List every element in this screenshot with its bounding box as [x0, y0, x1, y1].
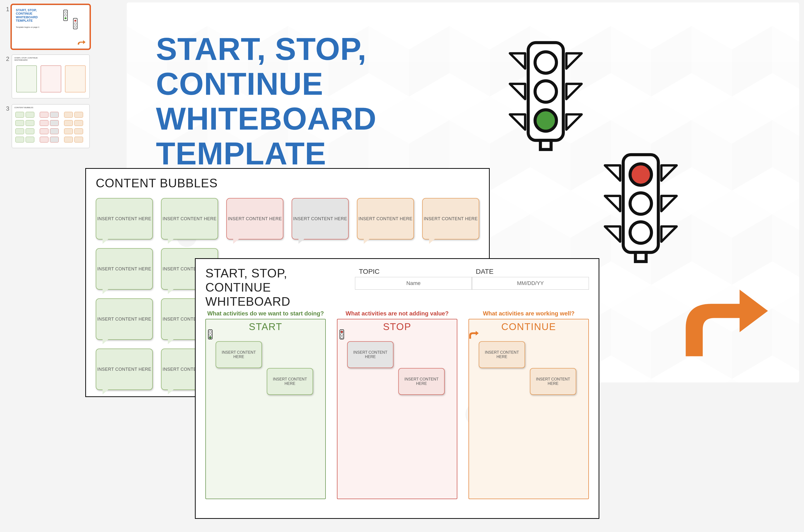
bubble-green[interactable]: INSERT CONTENT HERE [96, 298, 153, 340]
topic-label: TOPIC [355, 266, 472, 277]
topic-field[interactable]: Name [355, 277, 472, 290]
continue-box[interactable]: CONTINUE INSERT CONTENT HERE INSERT CONT… [468, 319, 589, 499]
continue-question: What activities are working well? [468, 310, 589, 317]
svg-rect-21 [635, 252, 646, 262]
bubble-orange[interactable]: INSERT CONTENT HERE [479, 341, 525, 368]
whiteboard-panel[interactable]: START, STOP, CONTINUE WHITEBOARD TOPIC N… [195, 258, 599, 519]
thumb-number: 2 [3, 55, 9, 62]
svg-point-5 [74, 20, 76, 22]
thumb-row-3: 3 CONTENT BUBBLES [3, 104, 92, 148]
svg-point-1 [64, 12, 67, 13]
svg-point-29 [341, 336, 343, 339]
traffic-light-red-icon [336, 329, 348, 341]
bubble-label: INSERT CONTENT HERE [358, 216, 412, 222]
start-question: What activities do we want to start doin… [205, 310, 326, 317]
start-title: START [206, 319, 325, 334]
svg-point-24 [209, 334, 211, 336]
svg-point-20 [630, 222, 652, 243]
traffic-light-icon [61, 9, 70, 23]
slide-thumbnail-1[interactable]: START, STOP, CONTINUE WHITEBOARD TEMPLAT… [12, 5, 90, 49]
arrow-curve-right-icon [468, 329, 479, 341]
svg-point-13 [535, 52, 557, 73]
bubbles-panel-title: CONTENT BUBBLES [96, 176, 479, 190]
stop-question: What activities are not adding value? [337, 310, 457, 317]
bubble-label: INSERT CONTENT HERE [216, 350, 261, 359]
whiteboard-panel-title: START, STOP, CONTINUE WHITEBOARD [205, 266, 352, 309]
bubble-label: INSERT CONTENT HERE [348, 350, 393, 359]
stop-title: STOP [337, 319, 457, 334]
bubble-green[interactable]: INSERT CONTENT HERE [96, 248, 153, 290]
bubble-green[interactable]: INSERT CONTENT HERE [96, 198, 153, 240]
bubble-red[interactable]: INSERT CONTENT HERE [398, 368, 445, 395]
bubble-label: INSERT CONTENT HERE [163, 216, 217, 222]
bubble-label: INSERT CONTENT HERE [399, 377, 444, 386]
svg-point-6 [74, 23, 76, 25]
slide-thumbnail-2[interactable]: START, STOP, CONTINUE WHITEBOARD [12, 55, 90, 98]
start-box[interactable]: START INSERT CONTENT HERE INSERT CONTENT… [205, 319, 326, 499]
traffic-light-icon [70, 17, 80, 31]
bubble-green[interactable]: INSERT CONTENT HERE [267, 368, 313, 395]
thumb-row-2: 2 START, STOP, CONTINUE WHITEBOARD [3, 55, 92, 98]
traffic-light-green-icon [502, 37, 590, 151]
thumb1-title: START, STOP, CONTINUE WHITEBOARD TEMPLAT… [16, 8, 52, 22]
bubble-red-alt[interactable]: INSERT CONTENT HERE [292, 198, 349, 240]
svg-point-2 [64, 14, 67, 16]
app-root: 1 START, STOP, CONTINUE WHITEBOARD TEMPL… [0, 0, 804, 532]
slide-thumbnails-panel: 1 START, STOP, CONTINUE WHITEBOARD TEMPL… [0, 0, 95, 532]
bubble-red[interactable]: INSERT CONTENT HERE [226, 198, 283, 240]
thumb-number: 1 [3, 5, 9, 13]
svg-point-27 [341, 331, 343, 333]
svg-point-7 [74, 25, 76, 27]
traffic-light-green-icon [204, 329, 216, 341]
whiteboard-header: TOPIC Name DATE MM/DD/YY [355, 266, 589, 290]
bubble-orange[interactable]: INSERT CONTENT HERE [422, 198, 479, 240]
bubble-label: INSERT CONTENT HERE [267, 377, 313, 386]
slide-canvas-area: START, STOP, CONTINUE WHITEBOARD TEMPLAT… [95, 0, 804, 532]
arrow-curve-right-icon [670, 283, 772, 361]
bubble-green[interactable]: INSERT CONTENT HERE [96, 348, 153, 390]
svg-rect-16 [540, 140, 551, 150]
traffic-light-red-icon [597, 149, 685, 263]
continue-title: CONTINUE [469, 319, 588, 334]
date-label: DATE [472, 266, 589, 277]
bubble-label: INSERT CONTENT HERE [479, 350, 525, 359]
svg-point-25 [209, 336, 211, 339]
bubble-orange[interactable]: INSERT CONTENT HERE [357, 198, 414, 240]
slide-thumbnail-3[interactable]: CONTENT BUBBLES [12, 104, 90, 148]
stop-box[interactable]: STOP INSERT CONTENT HERE INSERT CONTENT … [337, 319, 457, 499]
bubble-green[interactable]: INSERT CONTENT HERE [161, 198, 218, 240]
bubble-red-alt[interactable]: INSERT CONTENT HERE [347, 341, 393, 368]
svg-point-15 [535, 110, 557, 131]
svg-point-14 [535, 81, 557, 102]
arrow-right-icon [76, 39, 86, 46]
thumb1-sub: Template begins on page 2. [16, 26, 52, 28]
bubble-green[interactable]: INSERT CONTENT HERE [216, 341, 262, 368]
bubble-label: INSERT CONTENT HERE [97, 216, 151, 222]
bubble-label: INSERT CONTENT HERE [293, 216, 347, 222]
svg-point-18 [630, 164, 652, 185]
bubble-label: INSERT CONTENT HERE [97, 367, 151, 372]
continue-column: What activities are working well? CONTIN… [468, 310, 589, 511]
svg-point-3 [64, 17, 67, 19]
bubble-label: INSERT CONTENT HERE [228, 216, 282, 222]
bubble-label: INSERT CONTENT HERE [97, 266, 151, 272]
thumb-number: 3 [3, 104, 9, 112]
date-field[interactable]: MM/DD/YY [472, 277, 589, 290]
thumb2-title: START, STOP, CONTINUE WHITEBOARD [14, 57, 44, 61]
stop-column: What activities are not adding value? ST… [337, 310, 457, 511]
whiteboard-columns: What activities do we want to start doin… [205, 310, 589, 511]
svg-point-19 [630, 193, 652, 214]
bubble-orange[interactable]: INSERT CONTENT HERE [530, 368, 576, 395]
thumb-row-1: 1 START, STOP, CONTINUE WHITEBOARD TEMPL… [3, 5, 92, 49]
bubble-label: INSERT CONTENT HERE [97, 317, 151, 322]
svg-point-23 [209, 331, 211, 333]
bubble-label: INSERT CONTENT HERE [424, 216, 478, 222]
hero-title: START, STOP, CONTINUE WHITEBOARD TEMPLAT… [156, 32, 448, 171]
svg-point-28 [341, 334, 343, 336]
bubble-label: INSERT CONTENT HERE [530, 377, 576, 386]
start-column: What activities do we want to start doin… [205, 310, 326, 511]
thumb3-title: CONTENT BUBBLES [14, 107, 33, 109]
